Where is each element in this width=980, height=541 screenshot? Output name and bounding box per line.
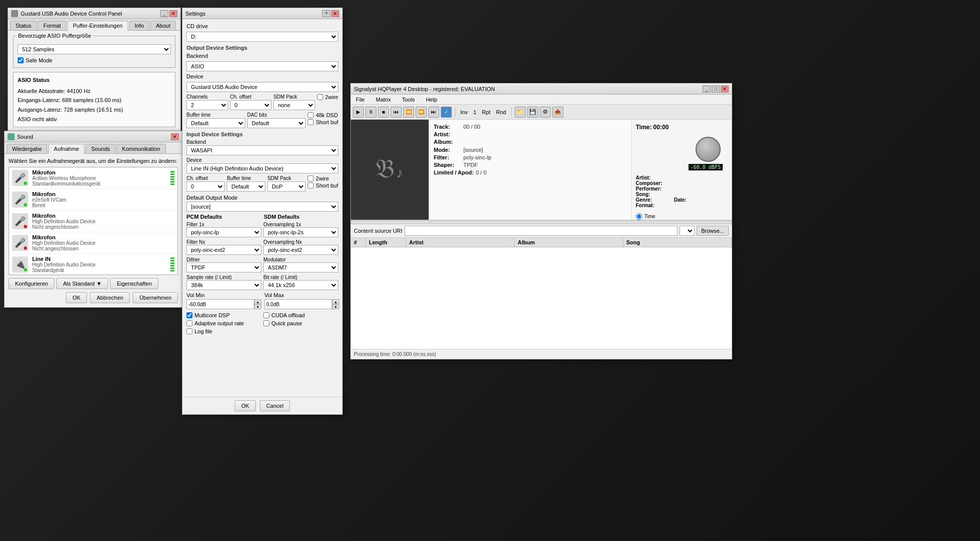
multicore-dsp-label[interactable]: Multicore DSP: [186, 312, 261, 318]
ff-btn[interactable]: ⏩: [416, 107, 427, 118]
wire2-label[interactable]: 2wire: [317, 94, 338, 100]
uri-dropdown[interactable]: [679, 226, 695, 236]
folder-icon[interactable]: 📁: [515, 107, 526, 118]
export-icon[interactable]: 📤: [552, 107, 563, 118]
vol-max-input[interactable]: [264, 299, 332, 309]
channels-select[interactable]: 2: [186, 100, 228, 110]
prev-btn[interactable]: ⏮: [390, 107, 402, 118]
puffer-select[interactable]: 512 Samples: [18, 44, 171, 54]
safe-mode-label[interactable]: Safe Mode: [18, 57, 171, 63]
device-item[interactable]: 🎤 Mikrofon e2eSoft IVCam Bereit: [9, 189, 177, 211]
stop-btn[interactable]: ■: [378, 107, 389, 118]
log-file-checkbox[interactable]: [186, 328, 192, 334]
wire2-checkbox[interactable]: [317, 94, 323, 100]
gustard-close-btn[interactable]: ✕: [169, 10, 177, 17]
play-btn[interactable]: ▶: [353, 107, 364, 118]
sound-close-btn[interactable]: ✕: [171, 133, 179, 140]
short-buf-label[interactable]: Short buf: [308, 119, 338, 125]
vol-min-down[interactable]: ▼: [254, 304, 261, 309]
settings-ok-btn[interactable]: OK: [235, 400, 256, 411]
tab-puffer[interactable]: Puffer-Einstellungen: [67, 21, 128, 31]
device-item[interactable]: 🎤 Mikrofon High Definition Audio Device …: [9, 211, 177, 232]
tab-info[interactable]: Info: [129, 21, 149, 30]
check-btn[interactable]: ✓: [441, 107, 452, 118]
dac-bits-select[interactable]: Default: [247, 118, 306, 128]
cuda-offload-checkbox[interactable]: [263, 312, 269, 318]
playlist[interactable]: [351, 247, 732, 349]
in-sdm-pack-select[interactable]: DoP: [267, 182, 306, 192]
settings-close-btn[interactable]: ✕: [331, 10, 339, 17]
device-select[interactable]: Gustard USB Audio Device: [186, 82, 338, 92]
sound-tab-wiedergabe[interactable]: Wiedergabe: [7, 144, 47, 153]
menu-help[interactable]: Help: [424, 96, 439, 104]
log-file-label[interactable]: Log file: [186, 328, 261, 334]
pause-btn[interactable]: ⏸: [365, 107, 376, 118]
menu-file[interactable]: File: [354, 96, 367, 104]
in-ch-offset-select[interactable]: 0: [186, 182, 225, 192]
buffer-time-select[interactable]: Default: [186, 118, 245, 128]
sound-abbrechen-btn[interactable]: Abbrechen: [90, 292, 130, 303]
dsd-48k-checkbox[interactable]: [308, 112, 314, 118]
adaptive-output-checkbox[interactable]: [186, 320, 192, 326]
dsd-48k-label[interactable]: 48k DSD: [308, 112, 338, 118]
cd-drive-select[interactable]: D:: [186, 32, 338, 42]
rew-btn[interactable]: ⏪: [403, 107, 414, 118]
ch-offset-select[interactable]: 0: [230, 100, 272, 110]
in-wire2-checkbox[interactable]: [308, 175, 314, 182]
volume-knob[interactable]: [696, 137, 721, 162]
sound-uebernehmen-btn[interactable]: Übernehmen: [133, 292, 178, 303]
time-radio[interactable]: [636, 213, 642, 220]
next-btn[interactable]: ⏭: [428, 107, 439, 118]
adaptive-output-label[interactable]: Adaptive output rate: [186, 320, 261, 326]
progress-bar-container[interactable]: [351, 220, 732, 224]
hqplayer-close-btn[interactable]: ✕: [721, 85, 729, 93]
menu-tools[interactable]: Tools: [400, 96, 417, 104]
settings-help-btn[interactable]: ?: [322, 10, 330, 17]
time-radio-option[interactable]: Time: [636, 213, 728, 220]
modulator-select[interactable]: ASDM7: [263, 262, 338, 273]
vol-max-down[interactable]: ▼: [332, 304, 339, 309]
sound-tab-sounds[interactable]: Sounds: [85, 144, 115, 153]
device-item[interactable]: 🎤 Mikrofon Antlion Wireless Microphone S…: [9, 167, 177, 189]
settings-cancel-btn[interactable]: Cancel: [260, 400, 290, 411]
sound-tab-kommunikation[interactable]: Kommunikation: [117, 144, 166, 153]
device-list[interactable]: 🎤 Mikrofon Antlion Wireless Microphone S…: [9, 167, 178, 275]
hqplayer-minimize-btn[interactable]: _: [703, 85, 711, 93]
in-backend-select[interactable]: WASAPI: [186, 145, 338, 155]
tab-status[interactable]: Status: [10, 21, 37, 30]
short-buf-checkbox[interactable]: [308, 119, 314, 125]
filternx-select[interactable]: poly-sinc-ext2: [186, 245, 261, 255]
vol-min-input[interactable]: [186, 299, 254, 309]
quick-pause-checkbox[interactable]: [263, 320, 269, 326]
menu-matrix[interactable]: Matrix: [374, 96, 393, 104]
backend-select[interactable]: ASIO: [186, 61, 338, 71]
sound-tab-aufnahme[interactable]: Aufnahme: [48, 144, 84, 154]
eigenschaften-btn[interactable]: Eigenschaften: [110, 278, 158, 289]
browse-btn[interactable]: Browse...: [697, 226, 729, 236]
multicore-dsp-checkbox[interactable]: [186, 312, 192, 318]
in-wire2-label[interactable]: 2wire: [308, 175, 338, 182]
quick-pause-label[interactable]: Quick pause: [263, 320, 338, 326]
device-item[interactable]: 🔌 Line IN High Definition Audio Device S…: [9, 254, 177, 275]
tab-about[interactable]: About: [150, 21, 176, 30]
safe-mode-checkbox[interactable]: [18, 57, 24, 63]
dither-select[interactable]: TPDF: [186, 262, 261, 273]
device-item[interactable]: 🎤 Mikrofon High Definition Audio Device …: [9, 232, 177, 254]
sound-ok-btn[interactable]: OK: [66, 292, 87, 303]
settings-icon[interactable]: ⚙: [540, 107, 551, 118]
konfigurieren-btn[interactable]: Konfigurieren: [9, 278, 54, 289]
in-buffer-select[interactable]: Default: [227, 182, 265, 192]
hqplayer-maximize-btn[interactable]: □: [712, 85, 720, 93]
uri-input[interactable]: [405, 226, 678, 236]
in-short-buf-checkbox[interactable]: [308, 183, 314, 189]
gustard-minimize-btn[interactable]: _: [160, 10, 168, 17]
vol-max-up[interactable]: ▲: [332, 299, 339, 304]
tab-format[interactable]: Format: [38, 21, 66, 30]
sample-rate-select[interactable]: 384k: [186, 280, 261, 290]
cuda-offload-label[interactable]: CUDA offload: [263, 312, 338, 318]
oversampnx-select[interactable]: poly-sinc-ext2: [263, 245, 338, 255]
save-icon[interactable]: 💾: [527, 107, 538, 118]
filter1x-select[interactable]: poly-sinc-lp: [186, 227, 261, 237]
default-output-select[interactable]: [source]: [186, 202, 338, 212]
bit-rate-select[interactable]: 44.1k x256: [263, 280, 338, 290]
